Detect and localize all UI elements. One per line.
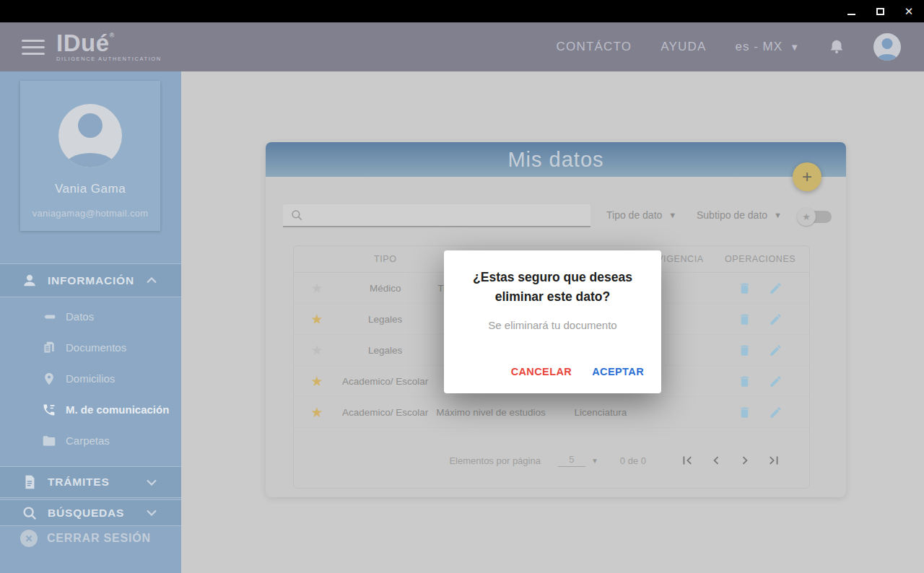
screen: ✕ IDué® DILIGENCE AUTHENTICATION CONTÁCT… xyxy=(0,0,924,573)
search-input[interactable] xyxy=(303,204,590,226)
close-icon[interactable]: ✕ xyxy=(902,5,915,18)
dialog-message: Se eliminará tu documento xyxy=(461,319,644,331)
sidebar-item-domicilios[interactable]: Domicilios xyxy=(0,363,181,394)
phone-icon xyxy=(42,403,56,417)
sidebar-section-informacion[interactable]: INFORMACIÓN xyxy=(0,263,181,297)
card-icon xyxy=(42,310,56,324)
registered-mark: ® xyxy=(110,32,115,39)
favorite-star-icon[interactable]: ★ xyxy=(311,312,323,327)
favorite-star-icon[interactable]: ★ xyxy=(311,405,323,420)
language-selector[interactable]: es - MX ▼ xyxy=(736,40,800,54)
pencil-icon[interactable] xyxy=(769,312,783,326)
trash-icon[interactable] xyxy=(738,406,751,419)
dropdown-label: Tipo de dato xyxy=(606,209,662,221)
search-icon xyxy=(290,209,303,222)
prev-page-icon[interactable] xyxy=(708,452,724,468)
profile-email: vaniagamag@hotmail.com xyxy=(20,208,160,219)
nav-contacto[interactable]: CONTÁCTO xyxy=(557,40,632,54)
cell-tipo: Academico/ Escolar xyxy=(340,407,430,418)
col-operaciones: OPERACIONES xyxy=(711,254,809,264)
profile-name: Vania Gama xyxy=(20,182,160,196)
pencil-icon[interactable] xyxy=(769,344,783,357)
pencil-icon[interactable] xyxy=(769,375,783,388)
tipo-de-dato-dropdown[interactable]: Tipo de dato ▼ xyxy=(606,209,676,221)
pagination-buttons xyxy=(679,452,782,468)
pencil-icon[interactable] xyxy=(769,281,783,295)
header-nav: CONTÁCTO AYUDA es - MX ▼ xyxy=(557,33,901,61)
location-pin-icon xyxy=(42,372,56,386)
trash-icon[interactable] xyxy=(738,375,751,388)
minimize-icon[interactable] xyxy=(845,5,858,18)
pencil-icon[interactable] xyxy=(769,406,783,419)
next-page-icon[interactable] xyxy=(737,452,753,468)
chevron-down-icon xyxy=(147,509,157,516)
cell-tipo: Legales xyxy=(340,345,430,356)
sidebar-items: Datos Documentos Domicilios xyxy=(0,301,181,456)
bell-icon[interactable] xyxy=(829,39,845,55)
logo-title: IDué® xyxy=(56,32,162,54)
cell-subtipo: Máximo nivel de estudios xyxy=(430,407,552,418)
cancel-button[interactable]: CANCELAR xyxy=(511,366,572,377)
language-value: es - MX xyxy=(736,40,783,54)
sidebar-section-label: INFORMACIÓN xyxy=(48,274,134,287)
last-page-icon[interactable] xyxy=(766,452,782,468)
profile-card: Vania Gama vaniagamag@hotmail.com xyxy=(20,81,160,231)
nav-ayuda[interactable]: AYUDA xyxy=(661,40,706,54)
sidebar-item-carpetas[interactable]: Carpetas xyxy=(0,425,181,456)
hamburger-menu-icon[interactable] xyxy=(22,40,45,55)
file-icon xyxy=(22,474,38,490)
trash-icon[interactable] xyxy=(738,312,751,326)
sidebar-item-label: M. de comunicación xyxy=(66,403,169,416)
sidebar-item-label: Carpetas xyxy=(66,434,110,447)
folder-icon xyxy=(42,434,56,448)
plus-icon: + xyxy=(802,167,812,187)
logout-label: CERRAR SESIÓN xyxy=(47,532,151,545)
chevron-down-icon: ▼ xyxy=(591,457,598,465)
dialog-actions: CANCELAR ACEPTAR xyxy=(511,366,644,377)
favorites-toggle[interactable]: ★ xyxy=(797,207,834,226)
search-box xyxy=(283,204,590,227)
search-icon xyxy=(22,505,38,521)
user-avatar[interactable] xyxy=(873,33,901,61)
chevron-down-icon: ▼ xyxy=(668,211,676,219)
star-icon: ★ xyxy=(797,207,816,226)
chevron-down-icon xyxy=(147,479,157,486)
profile-avatar xyxy=(58,104,122,167)
subtipo-de-dato-dropdown[interactable]: Subtipo de dato ▼ xyxy=(697,209,782,221)
logo-subtitle: DILIGENCE AUTHENTICATION xyxy=(56,56,162,62)
delete-confirmation-dialog: ¿Estas seguro que deseas eliminar este d… xyxy=(444,250,661,393)
dropdown-label: Subtipo de dato xyxy=(697,209,767,221)
dialog-title: ¿Estas seguro que deseas eliminar este d… xyxy=(461,268,644,307)
filter-row: Tipo de dato ▼ Subtipo de dato ▼ ★ xyxy=(266,204,846,229)
sidebar-item-m-de-comunicacion[interactable]: M. de comunicación xyxy=(0,394,181,425)
sidebar-section-label: BÚSQUEDAS xyxy=(48,507,124,520)
accept-button[interactable]: ACEPTAR xyxy=(592,366,644,377)
add-data-button[interactable]: + xyxy=(793,162,821,191)
cell-tipo: Legales xyxy=(340,314,430,325)
page-title: Mis datos xyxy=(507,148,603,172)
sidebar-section-label: TRÁMITES xyxy=(48,476,110,489)
page-size-select[interactable]: 5 ▼ xyxy=(558,454,598,467)
app-header: IDué® DILIGENCE AUTHENTICATION CONTÁCTO … xyxy=(0,22,924,71)
logout-button[interactable]: ✕ CERRAR SESIÓN xyxy=(0,527,181,550)
window-titlebar: ✕ xyxy=(0,0,924,22)
sidebar-section-tramites[interactable]: TRÁMITES xyxy=(0,466,181,498)
favorite-star-icon[interactable]: ★ xyxy=(311,343,323,358)
pagination-range: 0 de 0 xyxy=(620,455,646,466)
col-tipo: TIPO xyxy=(340,254,430,264)
favorite-star-icon[interactable]: ★ xyxy=(311,281,323,296)
logout-x-icon: ✕ xyxy=(20,530,38,547)
cell-valor: Licenciatura xyxy=(552,407,650,418)
trash-icon[interactable] xyxy=(738,344,751,357)
sidebar-item-documentos[interactable]: Documentos xyxy=(0,332,181,363)
sidebar-item-label: Documentos xyxy=(66,341,126,354)
sidebar-item-datos[interactable]: Datos xyxy=(0,301,181,332)
maximize-icon[interactable] xyxy=(873,5,886,18)
sidebar-item-label: Domicilios xyxy=(66,372,115,385)
page-size-value: 5 xyxy=(558,454,585,467)
sidebar-section-busquedas[interactable]: BÚSQUEDAS xyxy=(0,499,181,526)
first-page-icon[interactable] xyxy=(679,452,695,468)
favorite-star-icon[interactable]: ★ xyxy=(311,374,323,389)
chevron-up-icon xyxy=(147,277,157,284)
trash-icon[interactable] xyxy=(738,281,751,295)
